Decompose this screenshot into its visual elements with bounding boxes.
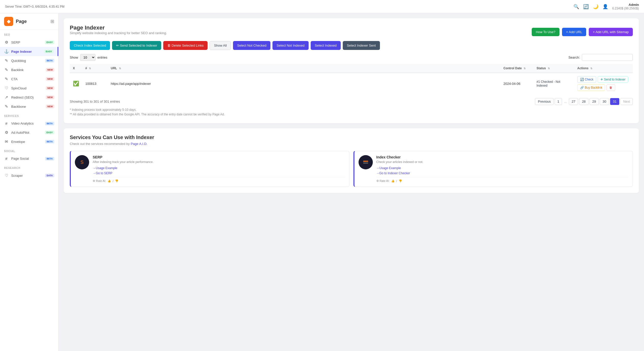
services-subtitle-link[interactable]: Page A.I.D. bbox=[131, 142, 147, 146]
delete-selected-button[interactable]: 🗑 Delete Selected Links bbox=[163, 41, 208, 50]
serp-go-link[interactable]: →Go to SERP bbox=[93, 171, 345, 175]
select-not-indexed-button[interactable]: Select Not Indexed bbox=[272, 41, 309, 50]
quickblog-badge: Beta bbox=[45, 59, 54, 62]
next-page-button[interactable]: Next bbox=[620, 98, 633, 105]
sidebar-item-page-social-label: Page Social bbox=[11, 157, 43, 160]
select-indexed-button[interactable]: Select Indexed bbox=[311, 41, 341, 50]
sidebar-item-ad-autopilot[interactable]: ⚙ Ad AutoPilot Easy bbox=[0, 128, 58, 137]
select-indexer-sent-button[interactable]: Select Indexer Sent bbox=[343, 41, 380, 50]
index-checker-service-desc: Check your articles indexed or not. bbox=[376, 160, 629, 164]
service-card-serp: S SERP After indexing track your article… bbox=[70, 151, 349, 187]
user-name: Admin bbox=[629, 3, 639, 7]
sidebar-item-scraper-label: Scraper bbox=[11, 174, 43, 178]
dark-mode-icon[interactable]: 🌙 bbox=[593, 4, 598, 9]
sidebar-item-redirect-label: Redirect (SEO) bbox=[11, 96, 43, 99]
backbone-badge: New bbox=[46, 105, 54, 108]
spincloud-icon: ♡ bbox=[4, 86, 9, 90]
page-27-button[interactable]: 27 bbox=[569, 98, 578, 105]
page-indexer-title-block: Page Indexer Simplify website indexing a… bbox=[70, 24, 167, 39]
check-button[interactable]: 🔄 Check bbox=[577, 76, 596, 83]
sidebar-item-redirect-seo[interactable]: ↗ Redirect (SEO) New bbox=[0, 93, 58, 102]
serp-thumbs-up[interactable]: 👍 bbox=[107, 179, 111, 183]
index-checker-rate-label: ⚙ Rate AI: bbox=[376, 179, 390, 183]
col-header-date[interactable]: Control Date ⇅ bbox=[500, 64, 533, 73]
row-num: 100813 bbox=[82, 73, 108, 94]
section-social-label: SOCIAL bbox=[0, 146, 58, 154]
add-url-sitemap-button[interactable]: + Add URL with Sitemap bbox=[589, 28, 633, 36]
backlink-badge: New bbox=[46, 68, 54, 72]
page-indexer-badge: Easy bbox=[44, 50, 53, 53]
row-check-icon: ✅ bbox=[70, 73, 82, 94]
sidebar-item-serp[interactable]: ⚙ SERP Easy bbox=[0, 38, 58, 47]
page-31-button[interactable]: 31 bbox=[610, 98, 619, 105]
page-1-button[interactable]: 1 bbox=[555, 98, 562, 105]
user-avatar-icon[interactable]: 👤 bbox=[602, 4, 608, 9]
serp-service-info: SERP After indexing track your article p… bbox=[93, 155, 345, 183]
sidebar-item-spincloud[interactable]: ♡ SpinCloud New bbox=[0, 84, 58, 93]
index-checker-go-link[interactable]: →Go to Indexer Checker bbox=[376, 171, 629, 175]
sidebar-item-quickblog[interactable]: ✎ Quickblog Beta bbox=[0, 56, 58, 65]
scraper-badge: Data bbox=[45, 174, 54, 177]
services-subtitle-text: Check out the services recommended by bbox=[70, 142, 130, 146]
serp-service-image: S bbox=[75, 155, 89, 169]
video-analytics-icon: # bbox=[4, 121, 9, 126]
grid-icon[interactable]: ⊞ bbox=[50, 19, 54, 24]
send-selected-button[interactable]: ✏ Send Selected to Indexer bbox=[112, 41, 161, 50]
delete-row-button[interactable]: 🗑 bbox=[607, 84, 615, 91]
serp-separator: / bbox=[113, 180, 113, 183]
prev-page-button[interactable]: Previous bbox=[535, 98, 554, 105]
svg-rect-3 bbox=[363, 161, 368, 162]
main-layout: ◆ Page ⊞ SEO ⚙ SERP Easy ⚓ Page Indexer … bbox=[0, 13, 644, 351]
server-time: Server Time: GMT+3, 6/6/2024, 4:35:41 PM bbox=[5, 5, 64, 8]
table-row: ✅ 100813 https://ad.page/app/indexer 202… bbox=[70, 73, 633, 94]
sidebar-item-video-analytics[interactable]: # Video Analytics Beta bbox=[0, 119, 58, 128]
page-30-button[interactable]: 30 bbox=[600, 98, 609, 105]
search-icon[interactable]: 🔍 bbox=[573, 4, 579, 9]
sidebar-item-cta[interactable]: ✎ CTA New bbox=[0, 74, 58, 84]
send-to-indexer-button[interactable]: ✈ Send to Indexer bbox=[598, 76, 628, 83]
indexer-table: X # ⇅ URL ⇅ Control Date ⇅ Status ⇅ Acti… bbox=[70, 64, 633, 94]
sidebar-item-backlink[interactable]: ✎ Backlink New bbox=[0, 65, 58, 74]
index-checker-separator: / bbox=[396, 180, 397, 183]
scraper-icon: ♡ bbox=[4, 173, 9, 178]
page-29-button[interactable]: 29 bbox=[590, 98, 599, 105]
entries-select[interactable]: 10 25 50 100 bbox=[80, 54, 95, 61]
add-url-button[interactable]: + Add URL bbox=[562, 28, 586, 36]
serp-usage-example-link[interactable]: →Usage Example bbox=[93, 166, 345, 170]
show-all-button[interactable]: Show All bbox=[210, 41, 231, 50]
search-input[interactable] bbox=[582, 54, 633, 61]
select-not-checked-button[interactable]: Select Not Checked bbox=[233, 41, 270, 50]
svg-rect-4 bbox=[363, 163, 368, 164]
sidebar-item-envelope[interactable]: ✉ Envelope Beta bbox=[0, 137, 58, 146]
col-header-num[interactable]: # ⇅ bbox=[82, 64, 108, 73]
video-analytics-badge: Beta bbox=[45, 122, 54, 125]
page-indexer-icon: ⚓ bbox=[4, 49, 9, 54]
serp-thumbs-down[interactable]: 👎 bbox=[115, 179, 118, 183]
backlink-icon: ✎ bbox=[4, 68, 9, 72]
main-content: Page Indexer Simplify website indexing a… bbox=[59, 13, 644, 351]
sidebar-item-backbone[interactable]: ✎ Backbone New bbox=[0, 102, 58, 111]
cta-icon: ✎ bbox=[4, 77, 9, 81]
services-title: Services You Can Use with Indexer bbox=[70, 134, 633, 140]
sidebar-item-page-social[interactable]: # Page Social Beta bbox=[0, 154, 58, 163]
refresh-icon[interactable]: 🔄 bbox=[583, 4, 589, 9]
index-checker-thumbs-down[interactable]: 👎 bbox=[399, 179, 402, 183]
row-status: #1 Checked - Not Indexed bbox=[533, 73, 574, 94]
col-header-actions[interactable]: Actions ⇅ bbox=[574, 64, 633, 73]
logo-icon: ◆ bbox=[4, 17, 13, 26]
index-checker-thumbs-up[interactable]: 👍 bbox=[391, 179, 395, 183]
section-research-label: RESEARCH bbox=[0, 163, 58, 171]
check-index-selected-button[interactable]: Check Index Selected bbox=[70, 41, 110, 50]
page-28-button[interactable]: 28 bbox=[579, 98, 588, 105]
col-header-url[interactable]: URL ⇅ bbox=[108, 64, 500, 73]
col-header-status[interactable]: Status ⇅ bbox=[533, 64, 574, 73]
sidebar-item-quickblog-label: Quickblog bbox=[11, 59, 43, 63]
index-checker-service-info: Index Checker Check your articles indexe… bbox=[376, 155, 629, 183]
sidebar-item-page-indexer[interactable]: ⚓ Page Indexer Easy bbox=[0, 47, 58, 56]
buy-backlink-button[interactable]: 🔗 Buy Backlink bbox=[577, 84, 605, 91]
sidebar-item-scraper[interactable]: ♡ Scraper Data bbox=[0, 171, 58, 180]
logo-text: Page bbox=[16, 19, 27, 24]
index-checker-usage-example-link[interactable]: →Usage Example bbox=[376, 166, 629, 170]
note-1: * Indexing process took approximately 5-… bbox=[70, 108, 633, 112]
how-to-use-button[interactable]: How To Use? bbox=[532, 28, 559, 36]
